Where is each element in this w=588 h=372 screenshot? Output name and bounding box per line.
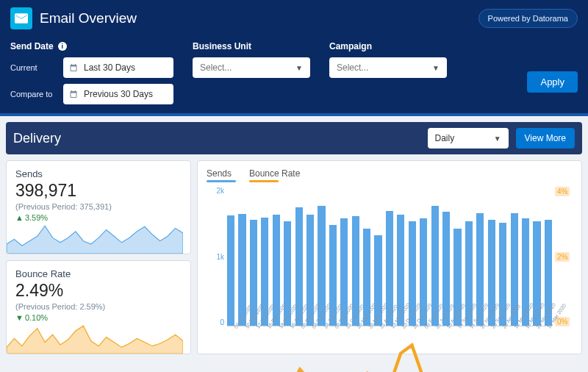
- email-icon: [10, 7, 32, 29]
- page-title: Email Overview: [40, 10, 137, 26]
- current-label: Current: [10, 63, 56, 72]
- delivery-title: Delivery: [13, 131, 61, 146]
- business-unit-label: Business Unit: [193, 41, 310, 51]
- triangle-up-icon: ▲: [15, 213, 24, 222]
- filter-business-unit: Business Unit Select... ▼: [193, 41, 310, 78]
- chevron-down-icon: ▼: [432, 64, 440, 72]
- compare-date-picker[interactable]: Previous 30 Days: [63, 84, 173, 104]
- chevron-down-icon: ▼: [494, 135, 501, 143]
- campaign-placeholder: Select...: [337, 62, 368, 73]
- current-date-picker[interactable]: Last 30 Days: [63, 57, 173, 78]
- y-axis-left: 2k1k0: [207, 187, 224, 326]
- filter-campaign: Campaign Select... ▼: [329, 41, 447, 78]
- bounce-name: Bounce Rate: [15, 268, 182, 279]
- chart-plot: [227, 187, 552, 326]
- delivery-bar: Delivery Daily ▼ View More: [6, 122, 582, 154]
- bounce-previous: (Previous Period: 2.59%): [15, 302, 182, 311]
- view-more-button[interactable]: View More: [516, 128, 575, 149]
- bounce-card: Bounce Rate 2.49% (Previous Period: 2.59…: [6, 260, 191, 354]
- powered-by-badge: Powered by Datorama: [478, 9, 578, 28]
- calendar-icon: [69, 63, 78, 72]
- filter-send-date: Send Date i Current Last 30 Days Compare…: [10, 41, 173, 104]
- legend-sends[interactable]: Sends: [207, 168, 236, 182]
- info-icon[interactable]: i: [58, 42, 67, 51]
- delivery-chart-card: Sends Bounce Rate 2k1k0 4%2%0% 09 Apr 20…: [197, 160, 582, 354]
- sends-previous: (Previous Period: 375,391): [15, 202, 182, 211]
- bounce-value: 2.49%: [15, 281, 182, 301]
- bounce-sparkline: [7, 323, 183, 354]
- sends-delta: ▲ 3.59%: [15, 213, 182, 222]
- grain-select[interactable]: Daily ▼: [428, 128, 509, 149]
- sends-value: 398,971: [15, 181, 182, 201]
- compare-label: Compare to: [10, 90, 56, 99]
- sends-sparkline: [7, 223, 183, 254]
- business-unit-placeholder: Select...: [200, 62, 232, 73]
- x-axis: 09 Apr 202010 Feb 202012 Oct 202015 Feb …: [227, 326, 552, 344]
- campaign-label: Campaign: [329, 41, 447, 51]
- apply-button[interactable]: Apply: [527, 71, 578, 93]
- chart-body: 2k1k0 4%2%0% 09 Apr 202010 Feb 202012 Oc…: [207, 187, 573, 341]
- business-unit-select[interactable]: Select... ▼: [193, 57, 310, 78]
- compare-date-value: Previous 30 Days: [84, 89, 153, 99]
- current-date-value: Last 30 Days: [84, 62, 135, 73]
- legend-bounce[interactable]: Bounce Rate: [249, 168, 300, 182]
- header: Email Overview Powered by Datorama Send …: [0, 0, 588, 116]
- chevron-down-icon: ▼: [295, 64, 303, 72]
- triangle-down-icon: ▼: [15, 313, 24, 322]
- grain-value: Daily: [435, 133, 455, 143]
- chart-line: [227, 187, 552, 372]
- page-title-wrap: Email Overview: [10, 7, 137, 29]
- calendar-icon: [69, 90, 78, 99]
- campaign-select[interactable]: Select... ▼: [329, 57, 447, 78]
- sends-card: Sends 398,971 (Previous Period: 375,391)…: [6, 160, 191, 254]
- sends-name: Sends: [15, 168, 182, 179]
- send-date-label: Send Date: [10, 41, 54, 51]
- bounce-delta: ▼ 0.10%: [15, 313, 182, 322]
- chart-legend: Sends Bounce Rate: [207, 168, 573, 182]
